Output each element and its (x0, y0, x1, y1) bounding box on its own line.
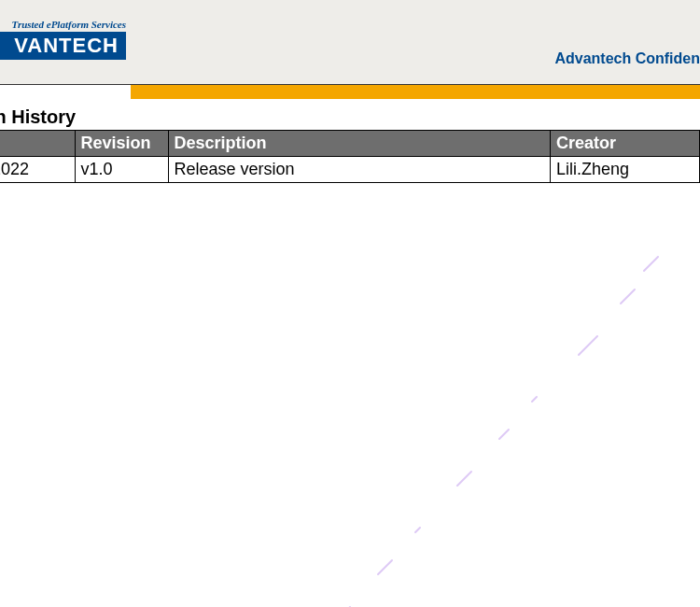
col-description: Description (168, 131, 551, 157)
brand-tagline: Trusted ePlatform Services (0, 19, 126, 30)
svg-line-5 (457, 472, 471, 486)
table-header-row: e Revision Description Creator (0, 131, 700, 157)
revision-history-table: e Revision Description Creator 26,2022 v… (0, 130, 700, 183)
watermark-icon (289, 252, 700, 607)
brand-name: VANTECH (0, 32, 126, 60)
svg-line-4 (499, 430, 509, 439)
cell-revision: v1.0 (75, 157, 168, 183)
cell-date: 26,2022 (0, 157, 75, 183)
cell-description: Release version (168, 157, 551, 183)
confidential-label: Advantech Confiden (554, 50, 700, 67)
divider-bar (0, 84, 700, 99)
document-header: Trusted ePlatform Services VANTECH Advan… (0, 0, 700, 84)
col-date: e (0, 131, 75, 157)
col-creator: Creator (551, 131, 700, 157)
svg-line-6 (415, 528, 420, 532)
svg-line-3 (532, 397, 537, 402)
section-title: ision History (0, 106, 700, 128)
svg-line-2 (579, 336, 597, 355)
svg-line-0 (644, 257, 658, 271)
svg-line-1 (621, 289, 635, 304)
table-row: 26,2022 v1.0 Release version Lili.Zheng (0, 157, 700, 183)
col-revision: Revision (75, 131, 168, 157)
brand-logo: Trusted ePlatform Services VANTECH (0, 19, 126, 60)
svg-line-7 (378, 560, 392, 574)
cell-creator: Lili.Zheng (551, 157, 700, 183)
